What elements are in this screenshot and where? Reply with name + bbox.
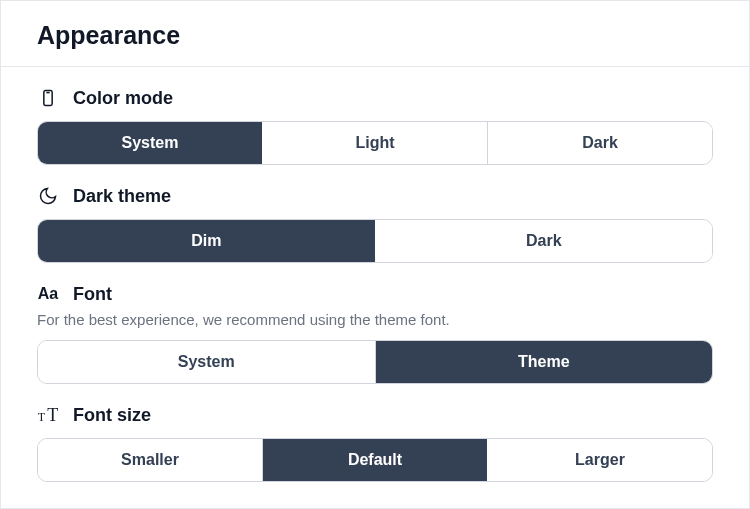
font-size-option-larger[interactable]: Larger — [487, 439, 712, 481]
dark-theme-segmented: Dim Dark — [37, 219, 713, 263]
font-size-option-default[interactable]: Default — [262, 439, 487, 481]
color-mode-option-dark[interactable]: Dark — [487, 122, 712, 164]
font-size-segmented: Smaller Default Larger — [37, 438, 713, 482]
font-description: For the best experience, we recommend us… — [37, 311, 713, 328]
section-dark-theme: Dark theme Dim Dark — [37, 185, 713, 263]
section-header-font-size: TT Font size — [37, 404, 713, 426]
dark-theme-option-dim[interactable]: Dim — [38, 220, 375, 262]
section-header-color-mode: Color mode — [37, 87, 713, 109]
section-font-size: TT Font size Smaller Default Larger — [37, 404, 713, 482]
section-color-mode: Color mode System Light Dark — [37, 87, 713, 165]
section-title-color-mode: Color mode — [73, 88, 173, 109]
section-font: Aa Font For the best experience, we reco… — [37, 283, 713, 384]
color-mode-option-light[interactable]: Light — [262, 122, 487, 164]
color-mode-option-system[interactable]: System — [38, 122, 262, 164]
section-title-font-size: Font size — [73, 405, 151, 426]
font-option-system[interactable]: System — [38, 341, 375, 383]
moon-icon — [37, 185, 59, 207]
font-icon: Aa — [37, 283, 59, 305]
font-option-theme[interactable]: Theme — [375, 341, 713, 383]
section-header-font: Aa Font — [37, 283, 713, 305]
section-header-dark-theme: Dark theme — [37, 185, 713, 207]
device-icon — [37, 87, 59, 109]
color-mode-segmented: System Light Dark — [37, 121, 713, 165]
page-title: Appearance — [1, 21, 749, 67]
dark-theme-option-dark[interactable]: Dark — [375, 220, 713, 262]
font-size-option-smaller[interactable]: Smaller — [38, 439, 262, 481]
font-segmented: System Theme — [37, 340, 713, 384]
font-size-icon: TT — [37, 404, 59, 426]
section-title-font: Font — [73, 284, 112, 305]
section-title-dark-theme: Dark theme — [73, 186, 171, 207]
